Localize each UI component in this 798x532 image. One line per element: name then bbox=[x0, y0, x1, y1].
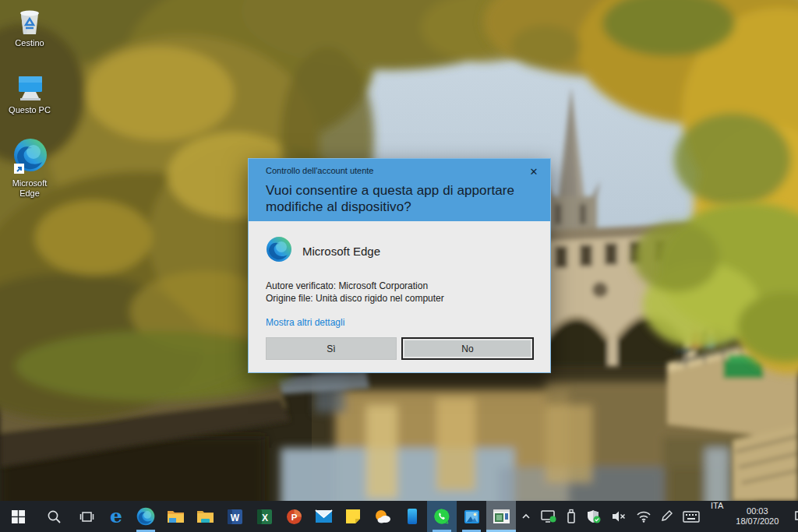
installer-window-button[interactable] bbox=[486, 501, 516, 532]
windows-desktop: Cestino Questo PC Microsoft Edge bbox=[0, 0, 798, 532]
language-indicator[interactable]: ITA bbox=[704, 501, 729, 532]
no-button[interactable]: No bbox=[401, 337, 534, 360]
powerpoint-button[interactable]: P bbox=[279, 501, 309, 532]
photos-button[interactable] bbox=[457, 501, 486, 532]
uac-button-row: Sì No bbox=[266, 337, 534, 360]
close-icon[interactable]: ✕ bbox=[525, 164, 542, 179]
your-phone-icon bbox=[407, 508, 418, 525]
desktop-icon-this-pc[interactable]: Questo PC bbox=[2, 73, 58, 115]
windows-ink-button[interactable] bbox=[656, 501, 678, 532]
installer-window-icon bbox=[493, 509, 510, 524]
uac-origin-line: Origine file: Unità disco rigido nel com… bbox=[266, 292, 534, 305]
volume-muted-icon bbox=[611, 509, 627, 523]
whatsapp-button[interactable] bbox=[427, 501, 457, 532]
edge-logo-icon bbox=[266, 236, 292, 266]
mail-icon bbox=[315, 509, 333, 523]
monitor-icon bbox=[541, 509, 556, 523]
weather-icon bbox=[374, 509, 391, 524]
excel-icon: X bbox=[256, 509, 273, 525]
windows-logo-icon bbox=[12, 510, 25, 523]
desktop-icon-microsoft-edge[interactable]: Microsoft Edge bbox=[2, 137, 58, 199]
action-center-icon bbox=[794, 510, 798, 523]
microsoft-edge-button[interactable] bbox=[131, 501, 161, 532]
show-details-link[interactable]: Mostra altri dettagli bbox=[266, 317, 344, 328]
start-button[interactable] bbox=[0, 501, 36, 532]
uac-question: Vuoi consentire a questa app di apportar… bbox=[266, 182, 539, 215]
folder-button[interactable] bbox=[190, 501, 220, 532]
pen-icon bbox=[661, 509, 673, 523]
uac-app-row: Microsoft Edge bbox=[266, 236, 534, 266]
this-pc-icon bbox=[2, 73, 58, 103]
svg-text:W: W bbox=[230, 512, 239, 523]
photos-icon bbox=[464, 509, 480, 525]
uac-publisher-line: Autore verificato: Microsoft Corporation bbox=[266, 280, 534, 292]
clock-time: 00:03 bbox=[747, 506, 768, 516]
volume-muted-button[interactable] bbox=[606, 501, 631, 532]
clock-date: 18/07/2020 bbox=[736, 516, 779, 527]
uac-window-title: Controllo dell'account utente bbox=[266, 166, 539, 175]
taskbar-clock[interactable]: 00:03 18/07/2020 bbox=[729, 501, 785, 532]
action-center-button[interactable] bbox=[785, 501, 798, 532]
sticky-notes-icon bbox=[345, 509, 361, 524]
file-explorer-button[interactable] bbox=[161, 501, 190, 532]
desktop-icon-recycle-bin[interactable]: Cestino bbox=[2, 6, 58, 48]
wifi-button[interactable] bbox=[631, 501, 656, 532]
usb-device-button[interactable] bbox=[561, 501, 581, 532]
task-view-button[interactable] bbox=[72, 501, 101, 532]
wifi-icon bbox=[636, 510, 651, 523]
usb-icon bbox=[566, 509, 577, 524]
tray-monitor-app-button[interactable] bbox=[536, 501, 561, 532]
uac-app-name: Microsoft Edge bbox=[302, 245, 380, 258]
defender-shield-button[interactable] bbox=[581, 501, 606, 532]
system-tray: ITA 00:03 18/07/2020 bbox=[516, 501, 798, 532]
excel-button[interactable]: X bbox=[249, 501, 279, 532]
uac-dialog-body: Microsoft Edge Autore verificato: Micros… bbox=[249, 221, 550, 372]
weather-button[interactable] bbox=[368, 501, 397, 532]
whatsapp-icon bbox=[433, 508, 450, 525]
touch-keyboard-button[interactable] bbox=[678, 501, 704, 532]
recycle-bin-icon bbox=[2, 6, 58, 36]
sticky-notes-button[interactable] bbox=[338, 501, 368, 532]
uac-details: Autore verificato: Microsoft Corporation… bbox=[266, 280, 534, 305]
tray-expand-button[interactable] bbox=[516, 501, 536, 532]
taskbar-pinned-apps: e bbox=[0, 501, 516, 532]
uac-dialog: Controllo dell'account utente ✕ Vuoi con… bbox=[248, 158, 551, 373]
desktop-icon-label: Microsoft Edge bbox=[2, 178, 58, 199]
svg-text:X: X bbox=[261, 512, 267, 523]
search-button[interactable] bbox=[36, 501, 72, 532]
word-button[interactable]: W bbox=[220, 501, 249, 532]
mail-button[interactable] bbox=[309, 501, 338, 532]
search-icon bbox=[47, 509, 62, 524]
taskbar: e bbox=[0, 501, 798, 532]
microsoft-edge-icon bbox=[136, 507, 155, 526]
yes-button[interactable]: Sì bbox=[266, 337, 397, 360]
powerpoint-icon: P bbox=[286, 509, 302, 525]
svg-text:P: P bbox=[291, 513, 297, 522]
keyboard-icon bbox=[683, 511, 700, 523]
file-explorer-icon bbox=[167, 509, 185, 524]
edge-legacy-icon: e bbox=[110, 506, 122, 526]
desktop-icon-label: Questo PC bbox=[2, 105, 58, 115]
uac-dialog-header: Controllo dell'account utente ✕ Vuoi con… bbox=[249, 159, 550, 221]
your-phone-button[interactable] bbox=[397, 501, 427, 532]
folder-icon bbox=[196, 509, 214, 524]
task-view-icon bbox=[79, 509, 94, 524]
desktop-icon-label: Cestino bbox=[2, 38, 58, 48]
chevron-up-icon bbox=[521, 511, 531, 522]
word-icon: W bbox=[227, 509, 243, 525]
edge-legacy-button[interactable]: e bbox=[101, 501, 131, 532]
shield-icon bbox=[586, 509, 602, 524]
microsoft-edge-icon bbox=[2, 137, 58, 176]
